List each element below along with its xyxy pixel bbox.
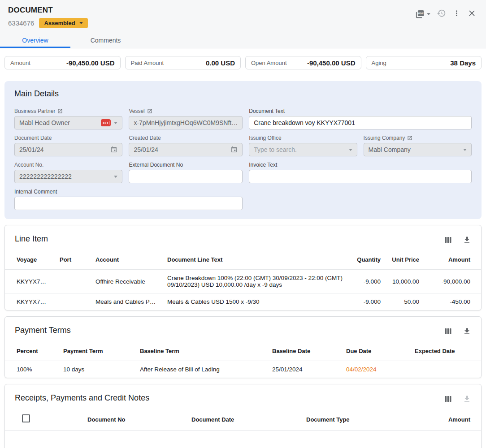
calendar-icon <box>230 146 238 153</box>
columns-icon[interactable] <box>444 395 452 403</box>
field-external-document-no: External Document No <box>129 162 243 183</box>
open-issuing-company-icon[interactable] <box>407 135 412 141</box>
status-label: Assembled <box>44 20 75 26</box>
field-document-text: Document Text <box>249 108 472 129</box>
line-item-table: Voyage Port Account Document Line Text Q… <box>5 250 481 310</box>
main-details-title: Main Details <box>14 89 472 99</box>
created-date-input: 25/01/24 <box>129 143 243 156</box>
modal-header: DOCUMENT 6334676 Assembled PDF <box>0 0 486 48</box>
document-text-input[interactable] <box>249 116 472 129</box>
document-date-input: 25/01/24 <box>14 143 122 156</box>
line-item-row: KKYYX77001 Meals and Cables Pay… Meals &… <box>5 293 481 310</box>
chevron-down-icon <box>114 122 117 124</box>
field-created-date: Created Date 25/01/24 <box>129 135 243 156</box>
vessel-input: x-7pMnHjyjimtxgHOq6WC0M9SNft… <box>129 116 243 129</box>
field-issuing-office: Issuing Office Type to search. <box>249 135 357 156</box>
more-vert-icon <box>452 9 461 19</box>
download-icon <box>463 395 471 403</box>
summary-cards: Amount -90,450.00 USD Paid Amount 0.00 U… <box>0 48 486 69</box>
line-item-title: Line Item <box>15 234 48 244</box>
summary-card-paid-amount: Paid Amount 0.00 USD <box>125 56 241 69</box>
account-no-select: 222222222222222 <box>14 170 122 183</box>
document-number: 6334676 <box>8 19 34 27</box>
field-business-partner: Business Partner Mabl Head Owner <box>14 108 122 129</box>
status-badge-dropdown[interactable]: Assembled <box>39 18 87 28</box>
field-invoice-text: Invoice Text <box>249 162 472 183</box>
chevron-down-icon <box>463 149 467 151</box>
more-menu-button[interactable] <box>451 8 462 20</box>
open-business-partner-icon[interactable] <box>57 108 63 114</box>
tab-bar: Overview Comments <box>0 32 486 48</box>
columns-icon[interactable] <box>444 327 452 335</box>
business-partner-select: Mabl Head Owner <box>14 116 122 129</box>
internal-comment-input[interactable] <box>14 197 243 210</box>
document-body: Amount -90,450.00 USD Paid Amount 0.00 U… <box>0 48 486 448</box>
history-button[interactable] <box>435 7 447 21</box>
issuing-office-select: Type to search. <box>249 143 357 156</box>
tab-comments[interactable]: Comments <box>70 32 141 48</box>
summary-card-amount: Amount -90,450.00 USD <box>4 56 121 69</box>
columns-icon[interactable] <box>444 236 452 244</box>
line-item-section: Line Item Voyage Port Account <box>4 225 482 310</box>
main-details-panel: Main Details Business Partner Mabl Head … <box>4 81 482 219</box>
download-icon[interactable] <box>463 327 471 336</box>
close-button[interactable] <box>466 7 478 21</box>
line-item-row: KKYYX77001 Offhire Receivable Crane Brea… <box>5 270 481 293</box>
select-all-checkbox[interactable] <box>22 414 30 422</box>
payment-terms-section: Payment Terms Percent Payment Term Basel <box>4 316 482 378</box>
field-document-date: Document Date 25/01/24 <box>14 135 122 156</box>
receipts-title: Receipts, Payments and Credit Notes <box>15 393 149 403</box>
page-title: DOCUMENT <box>8 6 478 15</box>
open-vessel-icon[interactable] <box>147 108 152 114</box>
svg-text:PDF: PDF <box>418 12 424 15</box>
summary-card-aging: Aging 38 Days <box>366 56 482 69</box>
history-icon <box>437 9 446 19</box>
chevron-down-icon <box>79 22 83 24</box>
pdf-export-button[interactable]: PDF <box>413 8 432 21</box>
external-document-no-input[interactable] <box>129 170 243 183</box>
due-date-value: 04/02/2024 <box>341 361 409 378</box>
field-issuing-company: Issuing Company Mabl Company <box>364 135 472 156</box>
payment-terms-header-row: Percent Payment Term Baseline Term Basel… <box>5 342 481 361</box>
receipts-table: Document No Document Date Document Type … <box>5 409 481 431</box>
issuing-company-select: Mabl Company <box>364 143 472 156</box>
calendar-icon <box>110 146 117 153</box>
tab-overview[interactable]: Overview <box>0 32 70 48</box>
pdf-icon: PDF <box>415 9 425 19</box>
chevron-down-icon <box>349 149 352 151</box>
summary-card-open-amount: Open Amount -90,450.00 USD <box>245 56 361 69</box>
close-icon <box>467 9 477 19</box>
field-account-no: Account No. 222222222222222 <box>14 162 122 183</box>
payment-terms-title: Payment Terms <box>15 326 71 335</box>
receipts-header-row: Document No Document Date Document Type … <box>5 409 481 431</box>
invoice-text-input[interactable] <box>249 170 472 183</box>
field-internal-comment: Internal Comment <box>14 189 243 210</box>
password-manager-icon[interactable] <box>101 119 111 126</box>
chevron-down-icon <box>114 176 117 178</box>
download-icon[interactable] <box>463 236 471 244</box>
field-vessel: Vessel x-7pMnHjyjimtxgHOq6WC0M9SNft… <box>129 108 243 129</box>
receipts-section: Receipts, Payments and Credit Notes <box>4 384 482 448</box>
line-item-header-row: Voyage Port Account Document Line Text Q… <box>5 250 481 270</box>
payment-terms-row: 100% 10 days After Release of Bill of La… <box>5 361 481 378</box>
chevron-down-icon <box>427 13 430 15</box>
payment-terms-table: Percent Payment Term Baseline Term Basel… <box>5 342 481 378</box>
